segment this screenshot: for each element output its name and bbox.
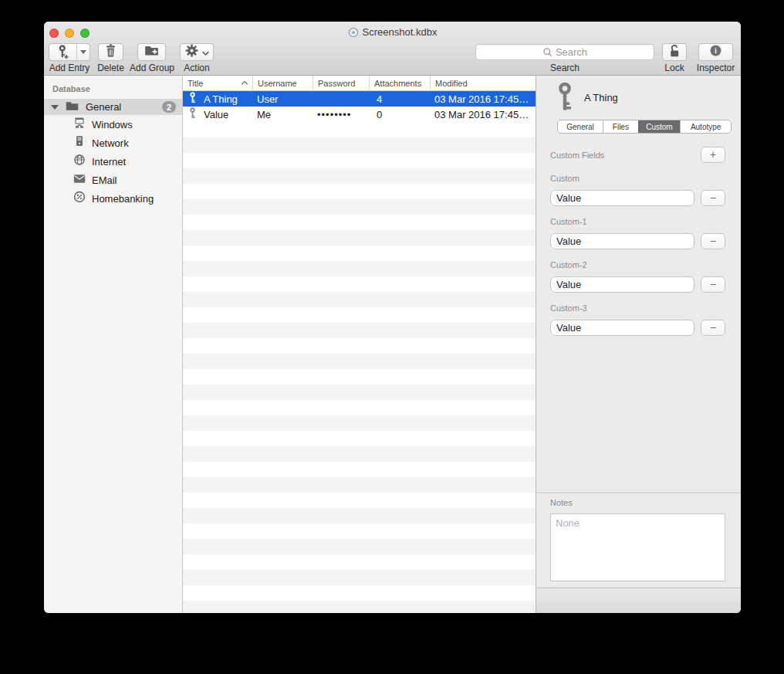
divider <box>536 493 741 493</box>
add-custom-field-button[interactable]: + <box>701 147 725 163</box>
field-label: Custom-1 <box>550 217 587 226</box>
table-header: Title Username Password Attachments Modi… <box>183 76 536 91</box>
disclosure-triangle-icon[interactable] <box>51 105 59 110</box>
tab-general[interactable]: General <box>558 120 603 133</box>
search-placeholder: Search <box>556 46 587 58</box>
inspector-entry-title: A Thing <box>584 92 618 103</box>
lock-open-icon <box>668 44 681 61</box>
svg-text:i: i <box>715 46 717 55</box>
remove-custom-field-button[interactable]: − <box>701 190 725 206</box>
gear-icon <box>185 44 198 60</box>
add-group-label: Add Group <box>124 63 180 73</box>
sidebar-section-header: Database <box>44 76 182 93</box>
sidebar-item-homebanking[interactable]: Homebanking <box>44 189 182 208</box>
column-header-modified[interactable]: Modified <box>430 76 536 90</box>
entry-key-icon <box>556 82 574 115</box>
sort-ascending-icon <box>241 80 248 86</box>
custom-field-input[interactable] <box>550 233 694 249</box>
action-button[interactable] <box>180 43 214 61</box>
inspector-tabs: General Files Custom Autotype <box>557 120 732 134</box>
search-label: Search <box>475 63 654 73</box>
folder-plus-icon <box>144 45 159 59</box>
globe-icon <box>73 154 86 169</box>
sidebar-item-windows[interactable]: Windows <box>44 115 182 134</box>
sidebar-group-label: General <box>86 101 121 113</box>
tab-custom[interactable]: Custom <box>638 120 681 133</box>
custom-fields-label: Custom Fields <box>550 151 604 160</box>
main-content: Database General 2 Windows Network <box>44 76 741 613</box>
app-window: Screenshot.kdbx Add Entry Delet <box>44 22 741 613</box>
tab-autotype[interactable]: Autotype <box>680 120 731 133</box>
inspector-footer <box>536 588 741 613</box>
chevron-down-icon <box>202 46 209 59</box>
notes-textarea[interactable] <box>550 513 725 581</box>
remove-custom-field-button[interactable]: − <box>701 276 725 293</box>
inspector-label: Inspector <box>691 63 741 73</box>
custom-field-input[interactable] <box>550 320 694 336</box>
entry-count-badge: 2 <box>162 101 176 113</box>
field-label: Custom-3 <box>550 303 587 313</box>
trash-icon <box>105 44 117 60</box>
window-chrome: Screenshot.kdbx Add Entry Delet <box>44 22 741 76</box>
remove-custom-field-button[interactable]: − <box>701 320 725 336</box>
inspector-panel: A Thing General Files Custom Autotype Cu… <box>536 76 741 613</box>
table-row[interactable]: A Thing User 4 03 Mar 2016 17:45… <box>183 91 536 107</box>
document-proxy-icon[interactable] <box>348 27 359 40</box>
empty-table-rows <box>183 122 536 613</box>
sidebar-item-email[interactable]: EMail <box>44 171 182 189</box>
table-row[interactable]: Value Me •••••••• 0 03 Mar 2016 17:45… <box>183 107 536 122</box>
add-entry-button[interactable] <box>49 43 90 61</box>
add-group-button[interactable] <box>137 43 166 61</box>
entry-table: Title Username Password Attachments Modi… <box>183 76 536 613</box>
sidebar-item-network[interactable]: Network <box>44 134 182 152</box>
key-icon <box>189 107 196 121</box>
column-header-username[interactable]: Username <box>252 76 313 90</box>
tab-files[interactable]: Files <box>603 120 638 133</box>
remove-custom-field-button[interactable]: − <box>701 233 725 249</box>
column-header-password[interactable]: Password <box>313 76 369 90</box>
server-icon <box>73 135 86 151</box>
column-header-attachments[interactable]: Attachments <box>369 76 430 90</box>
lock-button[interactable] <box>662 43 687 61</box>
info-icon: i <box>709 44 722 60</box>
sidebar: Database General 2 Windows Network <box>44 76 183 613</box>
folder-icon <box>66 100 79 114</box>
windows-icon <box>73 117 86 132</box>
dropdown-arrow-icon <box>80 50 86 54</box>
add-entry-label: Add Entry <box>46 63 93 73</box>
inspector-button[interactable]: i <box>698 43 733 61</box>
toolbar: Add Entry Delete Add Group <box>44 42 741 76</box>
custom-field-input[interactable] <box>550 190 694 206</box>
sidebar-group-general[interactable]: General 2 <box>44 99 182 115</box>
window-title: Screenshot.kdbx <box>44 26 741 40</box>
percent-icon <box>73 191 86 206</box>
titlebar: Screenshot.kdbx <box>44 22 741 42</box>
sidebar-item-internet[interactable]: Internet <box>44 152 182 171</box>
key-plus-icon <box>49 44 76 60</box>
custom-field-input[interactable] <box>550 276 694 293</box>
notes-label: Notes <box>550 498 573 507</box>
search-input[interactable]: Search <box>475 44 654 60</box>
envelope-icon <box>73 173 86 187</box>
action-label: Action <box>180 63 214 73</box>
delete-button[interactable] <box>98 43 123 61</box>
search-icon <box>542 47 553 57</box>
column-header-title[interactable]: Title <box>183 76 252 90</box>
key-icon <box>189 92 196 106</box>
field-label: Custom <box>550 174 580 183</box>
lock-label: Lock <box>656 63 693 73</box>
add-entry-dropdown[interactable] <box>77 44 90 60</box>
field-label: Custom-2 <box>550 260 587 269</box>
